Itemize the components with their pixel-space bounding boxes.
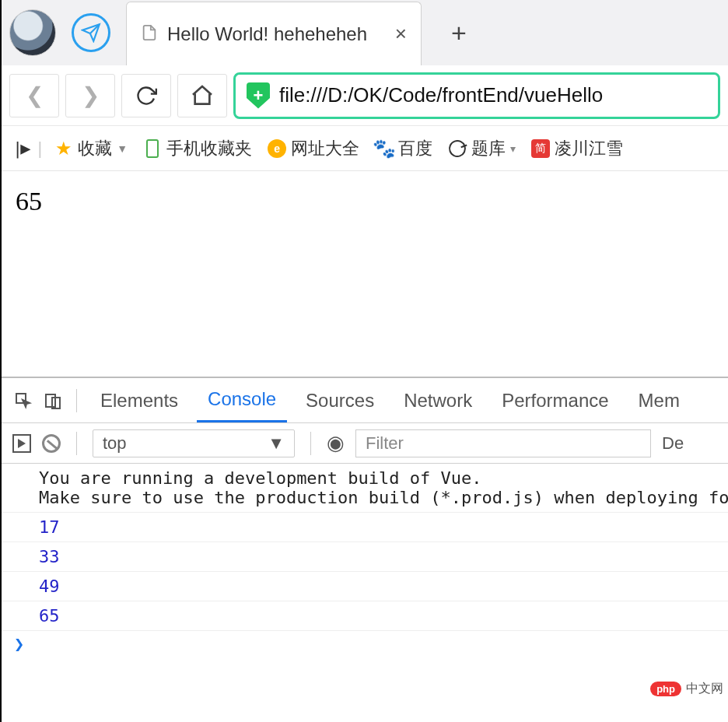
watermark: php 中文网	[650, 681, 723, 697]
separator	[76, 432, 77, 455]
tab-elements[interactable]: Elements	[89, 378, 189, 422]
log-message: You are running a development build of V…	[2, 464, 728, 513]
tab-performance[interactable]: Performance	[491, 378, 619, 422]
bookmark-label: 收藏	[78, 137, 112, 160]
nav-bar: ❮ ❯ + file:///D:/OK/Code/frontEnd/vueHel…	[2, 65, 728, 126]
tab-network[interactable]: Network	[393, 378, 483, 422]
page-content: 65	[2, 171, 728, 377]
device-toggle-icon[interactable]	[42, 391, 64, 410]
chevron-down-icon: ▾	[510, 142, 516, 155]
bookmark-sites[interactable]: e 网址大全	[264, 137, 362, 160]
close-icon[interactable]: ×	[395, 22, 407, 46]
clear-console-icon[interactable]	[42, 434, 61, 453]
log-value: 33	[2, 542, 728, 572]
separator: |	[38, 138, 43, 159]
watermark-text: 中文网	[686, 681, 723, 697]
back-button[interactable]: ❮	[9, 74, 59, 117]
bookmark-mobile[interactable]: 手机收藏夹	[140, 137, 255, 160]
log-value: 17	[2, 513, 728, 542]
bookmark-label: 题库	[471, 137, 506, 160]
chevron-down-icon: ▼	[117, 142, 128, 155]
context-value: top	[103, 433, 127, 454]
separator	[310, 432, 311, 455]
paw-icon: 🐾	[375, 139, 394, 158]
shield-icon: +	[247, 82, 270, 109]
bookmark-lingchuan[interactable]: 简 凌川江雪	[528, 137, 626, 160]
tab-console[interactable]: Console	[197, 378, 287, 422]
svg-rect-1	[46, 394, 55, 407]
bookmark-favorites[interactable]: ★ 收藏 ▼	[51, 137, 131, 160]
bookmark-label: 网址大全	[291, 137, 359, 160]
forward-button[interactable]: ❯	[65, 74, 115, 117]
search-icon	[446, 137, 468, 159]
toggle-sidebar-icon[interactable]	[12, 434, 31, 453]
watermark-badge: php	[650, 682, 681, 696]
phone-icon	[146, 139, 159, 158]
devtools-tabbar: Elements Console Sources Network Perform…	[2, 378, 728, 423]
log-value: 49	[2, 572, 728, 601]
log-value: 65	[2, 601, 728, 631]
console-toolbar: top ▼ ◉ Filter De	[2, 423, 728, 464]
tab-memory[interactable]: Mem	[628, 378, 691, 422]
separator	[76, 389, 77, 412]
bookmark-baidu[interactable]: 🐾 百度	[372, 137, 436, 160]
collapse-icon[interactable]: |▶	[12, 138, 29, 158]
file-icon	[141, 23, 158, 46]
tab-title: Hello World! heheheheh	[167, 23, 367, 45]
context-selector[interactable]: top ▼	[93, 429, 295, 457]
globe-icon: e	[268, 139, 286, 158]
profile-avatar[interactable]	[9, 9, 56, 56]
bookmark-label: 手机收藏夹	[166, 137, 252, 160]
title-bar: Hello World! heheheheh × +	[2, 0, 728, 65]
levels-selector[interactable]: De	[662, 433, 684, 454]
home-button[interactable]	[177, 74, 227, 117]
bookmark-tiku[interactable]: 题库 ▾	[445, 137, 519, 160]
chevron-down-icon: ▼	[268, 433, 285, 454]
eye-icon[interactable]: ◉	[327, 431, 345, 455]
bookmark-label: 百度	[398, 137, 432, 160]
url-text: file:///D:/OK/Code/frontEnd/vueHello	[279, 83, 603, 107]
inspect-icon[interactable]	[12, 391, 34, 410]
paper-plane-icon[interactable]	[72, 13, 110, 52]
star-icon: ★	[54, 139, 73, 158]
devtools-panel: Elements Console Sources Network Perform…	[2, 377, 728, 688]
browser-tab[interactable]: Hello World! heheheheh ×	[126, 2, 422, 65]
new-tab-button[interactable]: +	[451, 18, 467, 48]
filter-placeholder: Filter	[366, 433, 404, 454]
tab-sources[interactable]: Sources	[295, 378, 385, 422]
console-log: You are running a development build of V…	[2, 464, 728, 657]
jian-icon: 简	[531, 139, 550, 158]
counter-value: 65	[16, 187, 42, 216]
reload-button[interactable]	[121, 74, 171, 117]
console-prompt[interactable]: ❯	[2, 631, 728, 657]
address-bar[interactable]: + file:///D:/OK/Code/frontEnd/vueHello	[233, 72, 720, 119]
bookmark-label: 凌川江雪	[555, 137, 623, 160]
filter-input[interactable]: Filter	[355, 429, 651, 457]
bookmarks-bar: |▶ | ★ 收藏 ▼ 手机收藏夹 e 网址大全 🐾 百度 题库 ▾ 简 凌川江…	[2, 126, 728, 171]
